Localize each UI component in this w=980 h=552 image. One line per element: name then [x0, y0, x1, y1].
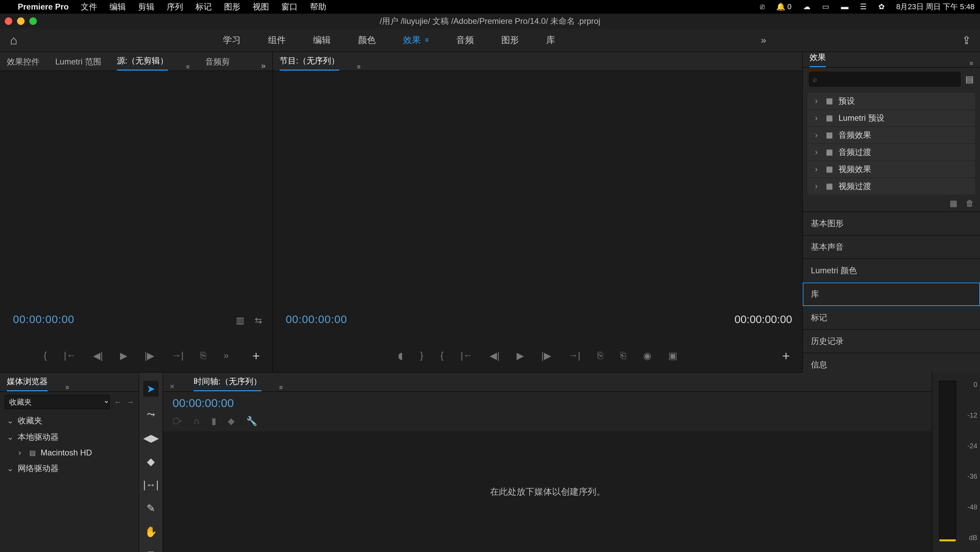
effects-folder[interactable]: ›▦视频过渡	[807, 178, 975, 195]
tool-pen[interactable]: ✎	[146, 502, 155, 514]
menu-edit[interactable]: 编辑	[110, 2, 126, 12]
window-close-button[interactable]	[5, 18, 12, 25]
tree-network-drives[interactable]: ⌄ 网络驱动器	[0, 460, 139, 477]
workspace-tab-库[interactable]: 库	[546, 34, 555, 46]
timeline-timecode[interactable]: 00:00:00:00	[173, 396, 234, 410]
panel-stack-item[interactable]: 基本声音	[803, 235, 980, 259]
lift-button[interactable]: ⎘	[597, 350, 603, 361]
button-editor-icon[interactable]: ＋	[780, 347, 792, 364]
step-forward-button[interactable]: |▶	[541, 350, 551, 361]
menu-sequence[interactable]: 序列	[167, 2, 183, 12]
menubar-status-icon[interactable]: ☁	[803, 2, 811, 11]
window-minimize-button[interactable]	[17, 18, 25, 25]
panel-stack-item[interactable]: 历史记录	[803, 330, 980, 353]
effects-folder[interactable]: ›▦视频效果	[807, 161, 975, 177]
new-custom-bin-icon[interactable]: ▤	[965, 74, 974, 85]
tool-ripple-edit[interactable]: ◀▶	[143, 432, 159, 444]
tool-razor[interactable]: ◆	[147, 455, 155, 467]
nav-forward-button[interactable]: →	[127, 398, 134, 407]
menu-help[interactable]: 帮助	[310, 2, 326, 12]
tab-effect-controls[interactable]: 效果控件	[7, 56, 40, 71]
media-browser-menu-icon[interactable]: ≡	[65, 384, 69, 391]
menu-file[interactable]: 文件	[81, 2, 97, 12]
new-bin-icon[interactable]: ▦	[950, 199, 958, 208]
program-timecode-left[interactable]: 00:00:00:00	[286, 313, 347, 326]
program-timecode-right[interactable]: 00:00:00:00	[735, 313, 792, 326]
workspace-tab-颜色[interactable]: 颜色	[358, 34, 376, 46]
timeline-settings-button[interactable]: 🔧	[246, 416, 257, 426]
mark-in-button[interactable]: {	[44, 350, 47, 361]
source-fit-icon[interactable]: ▥	[236, 315, 245, 326]
tab-source[interactable]: 源:（无剪辑）	[117, 55, 169, 71]
step-back-button[interactable]: ◀|	[490, 350, 500, 361]
tool-track-select[interactable]: ⤳	[146, 408, 155, 420]
extract-button[interactable]: ⎗	[620, 350, 626, 361]
tab-effects[interactable]: 效果	[810, 52, 826, 67]
close-tab-icon[interactable]: ×	[170, 382, 175, 391]
add-marker-button[interactable]: ▮	[212, 416, 216, 426]
button-editor-icon[interactable]: ＋	[250, 347, 262, 364]
menu-graphics[interactable]: 图形	[224, 2, 240, 12]
delete-icon[interactable]: 🗑	[966, 199, 974, 208]
workspace-active-menu-icon[interactable]: ≡	[425, 36, 429, 44]
menubar-status-icon[interactable]: ☰	[860, 2, 867, 11]
effects-search-input[interactable]	[809, 72, 961, 87]
source-panel-menu-icon[interactable]: ≡	[186, 64, 189, 71]
menubar-status-icon[interactable]: ⎚	[760, 2, 765, 11]
workspace-tab-效果[interactable]: 效果 ≡	[403, 34, 429, 46]
go-to-out-button[interactable]: →|	[568, 350, 581, 361]
panel-stack-item[interactable]: 基本图形	[803, 212, 980, 235]
home-button[interactable]: ⌂	[0, 33, 27, 48]
menubar-status-icon[interactable]: ✿	[878, 2, 885, 11]
effects-folder[interactable]: ›▦预设	[807, 93, 975, 109]
effects-folder[interactable]: ›▦音频过渡	[807, 144, 975, 160]
tab-media-browser[interactable]: 媒体浏览器	[7, 376, 48, 391]
window-maximize-button[interactable]	[29, 18, 37, 25]
nav-back-button[interactable]: ←	[114, 398, 122, 407]
media-browser-filter-select[interactable]: 收藏夹	[5, 395, 110, 409]
mark-out-button[interactable]: }	[420, 350, 423, 361]
comparison-button[interactable]: ▣	[668, 350, 677, 361]
tab-audio-clip[interactable]: 音频剪	[205, 56, 230, 71]
step-forward-button[interactable]: |▶	[145, 350, 154, 361]
go-to-in-button[interactable]: |←	[64, 350, 76, 361]
tool-slip[interactable]: |↔|	[143, 479, 159, 491]
workspace-tab-组件[interactable]: 组件	[268, 34, 286, 46]
source-tabs-overflow-icon[interactable]: »	[261, 61, 266, 71]
workspace-tab-编辑[interactable]: 编辑	[313, 34, 331, 46]
tree-favorites[interactable]: ⌄ 收藏夹	[0, 412, 139, 429]
tab-lumetri-scopes[interactable]: Lumetri 范围	[55, 56, 101, 71]
insert-button[interactable]: ⎘	[200, 350, 206, 361]
linked-selection-button[interactable]: ∩	[193, 416, 200, 426]
panel-stack-item[interactable]: 库	[803, 282, 980, 306]
panel-stack-item[interactable]: Lumetri 颜色	[803, 259, 980, 282]
program-panel-menu-icon[interactable]: ≡	[357, 64, 361, 71]
play-button[interactable]: ▶	[120, 350, 127, 361]
go-to-in-button[interactable]: |←	[461, 350, 473, 361]
tree-local-drives[interactable]: ⌄ 本地驱动器	[0, 429, 139, 445]
tab-program[interactable]: 节目:（无序列）	[280, 55, 339, 71]
go-to-out-button[interactable]: →|	[172, 350, 183, 361]
share-button[interactable]: ⇪	[962, 34, 971, 47]
step-back-button[interactable]: ◀|	[93, 350, 103, 361]
menu-view[interactable]: 视图	[253, 2, 269, 12]
mark-in-button[interactable]: ◖	[398, 350, 403, 361]
tool-hand[interactable]: ✋	[145, 526, 157, 538]
overflow-button[interactable]: »	[223, 350, 229, 361]
add-marker-button[interactable]: {	[440, 350, 443, 361]
effects-folder[interactable]: ›▦音频效果	[807, 127, 975, 143]
workspace-tab-图形[interactable]: 图形	[501, 34, 519, 46]
snap-button[interactable]: ⧃	[173, 416, 182, 426]
timeline-drop-area[interactable]: 在此处放下媒体以创建序列。	[163, 431, 932, 552]
menubar-battery-icon[interactable]: ▬	[841, 2, 848, 11]
menu-marker[interactable]: 标记	[196, 2, 212, 12]
workspace-tab-音频[interactable]: 音频	[456, 34, 474, 46]
tool-selection[interactable]: ➤	[143, 381, 159, 397]
source-timecode[interactable]: 00:00:00:00	[13, 313, 74, 326]
export-frame-button[interactable]: ◉	[643, 350, 651, 361]
menubar-clock[interactable]: 8月23日 周日 下午 5:48	[896, 2, 975, 12]
menubar-status-icon[interactable]: 🔔 0	[776, 2, 791, 11]
play-button[interactable]: ▶	[517, 350, 524, 361]
tool-type[interactable]: T	[148, 549, 154, 552]
workspace-tab-学习[interactable]: 学习	[223, 34, 241, 46]
